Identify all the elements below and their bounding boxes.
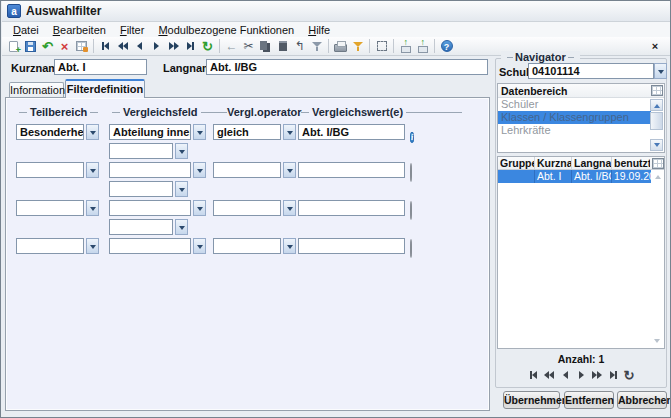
nav-first-record-icon[interactable]: [525, 367, 541, 383]
column-header-kurzname[interactable]: Kurzname: [535, 157, 572, 169]
scroll-up-button[interactable]: [650, 99, 663, 111]
table-edit-icon[interactable]: [73, 38, 90, 54]
teilbereich-combo-2-dropdown-icon[interactable]: [86, 162, 99, 178]
operator-combo-3-dropdown-icon[interactable]: [283, 200, 296, 216]
vergleichsfeld-combo-2[interactable]: [109, 162, 191, 178]
abbrechen-button[interactable]: Abbrechen: [617, 391, 667, 409]
column-header-langname[interactable]: Langname: [572, 157, 612, 169]
link-operator-combo-2[interactable]: [109, 181, 173, 197]
vergleichswert-input-3[interactable]: [298, 200, 405, 216]
fit-selection-icon[interactable]: [373, 38, 390, 54]
help-icon[interactable]: ?: [438, 38, 455, 54]
link-operator-combo-2-dropdown-icon[interactable]: [175, 181, 188, 197]
paste-icon[interactable]: [274, 38, 291, 54]
close-panel-button[interactable]: ×: [647, 39, 663, 53]
teilbereich-combo-2[interactable]: [16, 162, 84, 178]
scroll-down-button[interactable]: [650, 139, 663, 151]
link-operator-combo-1[interactable]: [109, 143, 173, 159]
print-icon[interactable]: [332, 38, 349, 54]
menu-bearbeiten[interactable]: Bearbeiten: [46, 24, 113, 36]
list-item-klassen-klassengruppen[interactable]: Klassen / Klassengruppen: [498, 111, 651, 124]
menu-datei[interactable]: Datei: [6, 24, 46, 36]
tab-filterdefinition[interactable]: Filterdefinition: [65, 79, 145, 98]
vergleichsfeld-combo-1-dropdown-icon[interactable]: [193, 124, 206, 140]
operator-combo-3[interactable]: [213, 200, 281, 216]
operator-combo-2[interactable]: [213, 162, 281, 178]
teilbereich-combo-3-dropdown-icon[interactable]: [86, 200, 99, 216]
uebernehmen-button[interactable]: Übernehmen: [503, 391, 560, 409]
prior-page-icon[interactable]: [114, 38, 131, 54]
menu-bar: Datei Bearbeiten Filter Modulbezogene Fu…: [2, 22, 671, 37]
quick-filter-icon[interactable]: [349, 38, 366, 54]
first-record-icon[interactable]: [97, 38, 114, 54]
table-scroll-up[interactable]: [651, 170, 664, 183]
list-item-lehrkraefte[interactable]: Lehrkräfte: [498, 124, 651, 137]
column-header-benutzt[interactable]: benutzt: [612, 157, 650, 169]
import-icon[interactable]: [397, 38, 414, 54]
vergleichsfeld-combo-1[interactable]: Abteilung innerhalb d: [109, 124, 191, 140]
prior-record-icon[interactable]: [131, 38, 148, 54]
operator-combo-4-dropdown-icon[interactable]: [283, 238, 296, 254]
cut-icon[interactable]: ✂: [240, 38, 257, 54]
teilbereich-combo-1-dropdown-icon[interactable]: [86, 124, 99, 140]
vergleichsfeld-combo-3[interactable]: [109, 200, 191, 216]
schule-combo-dropdown-icon[interactable]: [654, 63, 667, 79]
list-item-schueler[interactable]: Schüler: [498, 98, 651, 111]
vergleichswert-input-4[interactable]: [298, 238, 405, 254]
column-header-gruppe[interactable]: Gruppe: [498, 157, 535, 169]
save-icon[interactable]: [22, 38, 39, 54]
delete-icon[interactable]: ×: [56, 38, 73, 54]
teilbereich-combo-4[interactable]: [16, 238, 84, 254]
nav-refresh-icon[interactable]: ↻: [621, 367, 637, 383]
next-record-icon[interactable]: [148, 38, 165, 54]
vergleichsfeld-combo-4-dropdown-icon[interactable]: [193, 238, 206, 254]
tab-information[interactable]: Information: [9, 82, 64, 98]
clear-filter-icon[interactable]: [308, 38, 325, 54]
operator-combo-2-dropdown-icon[interactable]: [283, 162, 296, 178]
teilbereich-combo-1[interactable]: Besonderheiten: [16, 124, 84, 140]
vergleichswert-input-2[interactable]: [298, 162, 405, 178]
last-record-icon[interactable]: [182, 38, 199, 54]
refresh-icon[interactable]: ↻: [199, 38, 216, 54]
export-icon[interactable]: [414, 38, 431, 54]
filter-row-3: [6, 200, 489, 216]
next-page-icon[interactable]: [165, 38, 182, 54]
vergleichsfeld-combo-3-dropdown-icon[interactable]: [193, 200, 206, 216]
nav-last-record-icon[interactable]: [605, 367, 621, 383]
teilbereich-combo-3[interactable]: [16, 200, 84, 216]
datenbereich-scrollbar: [650, 99, 663, 151]
nav-prior-record-icon[interactable]: [557, 367, 573, 383]
back-icon[interactable]: ←: [223, 38, 240, 54]
nav-next-page-icon[interactable]: [589, 367, 605, 383]
schule-combo[interactable]: 04101114: [528, 63, 654, 79]
new-record-icon[interactable]: +: [5, 38, 22, 54]
vergleichsfeld-combo-4[interactable]: [109, 238, 191, 254]
kurzname-input[interactable]: [54, 59, 147, 75]
scrollbar-thumb[interactable]: [650, 112, 663, 130]
datenbereich-list: Datenbereich Schüler Klassen / Klassengr…: [497, 83, 665, 153]
link-operator-combo-3-dropdown-icon[interactable]: [175, 219, 188, 235]
copy-icon[interactable]: [257, 38, 274, 54]
langname-input[interactable]: [206, 59, 488, 75]
nav-prior-page-icon[interactable]: [541, 367, 557, 383]
menu-hilfe[interactable]: Hilfe: [301, 24, 337, 36]
entfernen-button[interactable]: Entfernen: [564, 391, 614, 409]
revert-icon[interactable]: ↰: [291, 38, 308, 54]
nav-next-record-icon[interactable]: [573, 367, 589, 383]
menu-modulbezogene-funktionen[interactable]: Modulbezogene Funktionen: [151, 24, 301, 36]
link-operator-combo-1-dropdown-icon[interactable]: [175, 143, 188, 159]
link-operator-combo-3[interactable]: [109, 219, 173, 235]
operator-combo-1[interactable]: gleich: [213, 124, 281, 140]
operator-combo-4[interactable]: [213, 238, 281, 254]
list-settings-icon[interactable]: [651, 85, 663, 96]
table-row[interactable]: Abt. I Abt. I/BG 19.09.20...: [498, 170, 664, 183]
table-scroll-down[interactable]: [650, 336, 663, 347]
teilbereich-combo-4-dropdown-icon[interactable]: [86, 238, 99, 254]
menu-filter[interactable]: Filter: [113, 24, 151, 36]
operator-combo-1-dropdown-icon[interactable]: [283, 124, 296, 140]
row-1-info-icon[interactable]: i: [410, 126, 414, 144]
vergleichsfeld-combo-2-dropdown-icon[interactable]: [193, 162, 206, 178]
vergleichswert-input-1[interactable]: Abt. I/BG: [298, 124, 405, 140]
undo-icon[interactable]: ↶: [39, 38, 56, 54]
table-settings-icon[interactable]: [652, 158, 664, 169]
